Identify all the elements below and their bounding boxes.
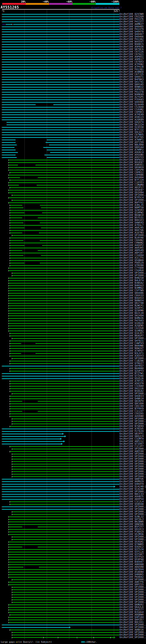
hit-label[interactable]: UniRef100_A1CJT5 (120, 257, 144, 259)
hit-label[interactable]: UniRef100_Q5U526 (120, 378, 144, 380)
alignment-bar[interactable] (2, 26, 119, 27)
hit-label[interactable]: UniRef100_B6HH80 (120, 367, 144, 370)
hit-label[interactable]: UniRef100_Q02748 (120, 302, 144, 304)
hit-label[interactable]: UniRef100_Q4P184 (120, 616, 144, 618)
alignment-bar[interactable] (2, 117, 119, 118)
alignment-bar[interactable] (10, 451, 119, 452)
hit-label[interactable]: UniRef100_P41382 (120, 38, 144, 40)
hit-label[interactable]: UniRef100_P35683 (120, 98, 144, 101)
alignment-bar[interactable] (2, 59, 119, 60)
hit-label[interactable]: UniRef100_B3SAG4 (120, 611, 144, 614)
hit-label[interactable]: UniRef100_P41379 (120, 28, 144, 30)
hit-label[interactable]: UniRef100_B5Y531 (120, 216, 144, 219)
alignment-bar[interactable] (10, 333, 119, 334)
alignment-bar[interactable] (9, 283, 119, 284)
alignment-bar[interactable] (2, 102, 119, 102)
hit-label[interactable]: UniRef100_C1C2L4 (120, 500, 144, 503)
hit-label[interactable]: UniRef100_A9VB75 (120, 496, 144, 498)
alignment-bar[interactable] (10, 502, 119, 502)
alignment-bar[interactable] (10, 172, 119, 173)
alignment-bar[interactable] (2, 49, 119, 50)
hit-label[interactable]: UniRef100_A5BNE8 (120, 71, 144, 73)
alignment-bar[interactable] (12, 590, 119, 590)
alignment-bar[interactable] (2, 373, 119, 374)
alignment-bar[interactable] (10, 346, 119, 346)
alignment-bar[interactable] (10, 340, 119, 341)
alignment-bar[interactable] (9, 562, 119, 562)
hit-label[interactable]: UniRef100_B6KHN6 (120, 345, 144, 347)
alignment-bar[interactable] (10, 406, 119, 407)
hit-label[interactable]: UniRef100_C3ZMT4 (120, 438, 144, 440)
alignment-bar[interactable] (9, 298, 119, 298)
alignment-bar[interactable] (9, 167, 119, 168)
hit-label[interactable]: UniRef100_A6R3R5 (120, 247, 144, 249)
hit-label[interactable]: UniRef100_UPI000.. (120, 460, 146, 462)
alignment-bar[interactable] (9, 290, 119, 291)
alignment-bar[interactable] (10, 411, 22, 412)
hit-label[interactable]: UniRef100_Q40470 (120, 30, 144, 33)
hit-label[interactable]: UniRef100_Q2V3W0 (120, 13, 144, 15)
hit-label[interactable]: UniRef100_B4LR74 (120, 280, 144, 282)
hit-label[interactable]: UniRef100_Q4Y8J1 (120, 340, 144, 342)
hit-label[interactable]: UniRef100_Q5B948 (120, 503, 144, 505)
alignment-bar[interactable] (9, 522, 119, 522)
alignment-bar[interactable] (2, 16, 119, 17)
alignment-bar[interactable] (2, 441, 63, 442)
hit-label[interactable]: UniRef100_A7PE49 (120, 114, 144, 116)
hit-label[interactable]: UniRef100_C4JZU0 (120, 327, 144, 330)
alignment-bar[interactable] (12, 474, 119, 474)
hit-label[interactable]: UniRef100_B9RK89 (120, 94, 144, 96)
alignment-bar[interactable] (9, 318, 119, 319)
alignment-bar[interactable] (9, 320, 119, 321)
alignment-bar[interactable] (10, 398, 119, 399)
alignment-bar[interactable] (7, 124, 119, 125)
alignment-bar[interactable] (9, 268, 119, 268)
hit-label[interactable]: UniRef100_A8P212 (120, 440, 144, 442)
alignment-bar[interactable] (12, 592, 119, 592)
alignment-bar[interactable] (2, 434, 62, 434)
alignment-bar[interactable] (10, 230, 119, 231)
hit-label[interactable]: UniRef100_B9P8S3 (120, 159, 144, 161)
alignment-bar[interactable] (2, 378, 119, 379)
alignment-bar[interactable] (9, 296, 119, 296)
hit-label[interactable]: UniRef100_Q4U474 (120, 121, 144, 123)
alignment-bar[interactable] (2, 74, 119, 75)
hit-label[interactable]: UniRef100_Q7RGI7 (120, 362, 144, 364)
alignment-bar[interactable] (46, 142, 119, 143)
alignment-bar[interactable] (2, 438, 60, 439)
hit-label[interactable]: UniRef100_C5Z8X0 (120, 106, 144, 108)
alignment-bar[interactable] (10, 248, 119, 248)
hit-label[interactable]: UniRef100_Q6NU02 (120, 604, 144, 606)
hit-label[interactable]: UniRef100_C3Z8A0 (120, 385, 144, 387)
hit-label[interactable]: UniRef100_A7EGL7 (120, 224, 144, 226)
alignment-bar[interactable] (9, 162, 119, 163)
alignment-bar[interactable] (2, 499, 119, 500)
hit-label[interactable]: UniRef100_Q4WX43 (120, 222, 144, 224)
alignment-bar[interactable] (36, 343, 119, 344)
hit-label[interactable]: UniRef100_C0PHE3 (120, 111, 144, 113)
hit-label[interactable]: UniRef100_Q2HFP1 (120, 307, 144, 309)
hit-label[interactable]: UniRef100_A2Q689 (120, 118, 144, 121)
hit-label[interactable]: UniRef100_UPI000.. (120, 470, 146, 473)
alignment-bar[interactable] (2, 42, 119, 42)
hit-label[interactable]: UniRef100_C0NAN2 (120, 242, 144, 244)
alignment-bar[interactable] (9, 310, 119, 311)
alignment-bar[interactable] (10, 187, 119, 188)
alignment-bar[interactable] (10, 255, 23, 256)
hit-label[interactable]: UniRef100_B4FBK3 (120, 78, 144, 81)
alignment-bar[interactable] (2, 444, 61, 444)
alignment-bar[interactable] (12, 456, 119, 457)
alignment-bar[interactable] (12, 461, 119, 462)
alignment-bar[interactable] (10, 222, 23, 223)
alignment-bar[interactable] (10, 210, 119, 211)
hit-label[interactable]: UniRef100_B6AGP7 (120, 335, 144, 337)
hit-label[interactable]: UniRef100_A5BI23 (120, 116, 144, 118)
alignment-bar[interactable] (12, 358, 119, 359)
hit-label[interactable]: UniRef100_C1DYE3 (120, 182, 144, 184)
hit-label[interactable]: UniRef100_B6K7Q6 (120, 229, 144, 232)
alignment-bar[interactable] (2, 496, 119, 497)
alignment-bar[interactable] (2, 34, 119, 35)
alignment-bar[interactable] (2, 94, 119, 95)
hit-label[interactable]: UniRef100_UPI000.. (120, 423, 146, 425)
hit-label[interactable]: UniRef100_A7RIU5 (120, 428, 144, 430)
